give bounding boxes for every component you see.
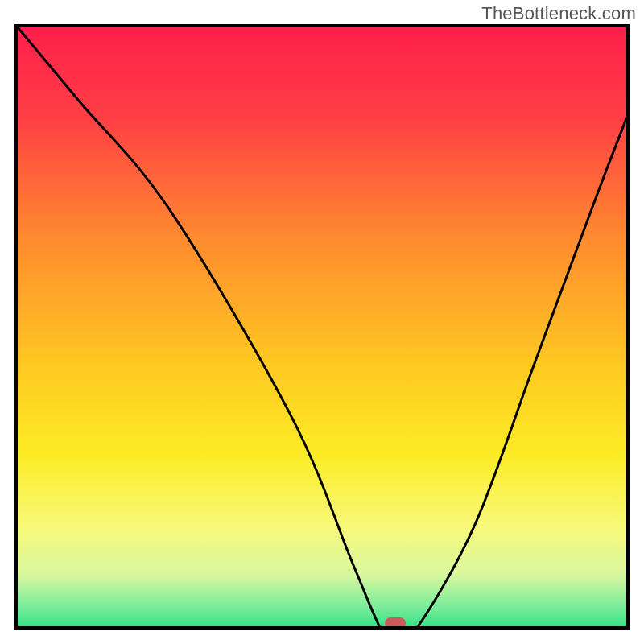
plot-area bbox=[14, 24, 630, 630]
watermark-text: TheBottleneck.com bbox=[481, 3, 636, 24]
optimal-point-marker bbox=[385, 617, 406, 629]
chart-container: TheBottleneck.com bbox=[0, 0, 644, 644]
bottleneck-curve bbox=[18, 27, 626, 630]
